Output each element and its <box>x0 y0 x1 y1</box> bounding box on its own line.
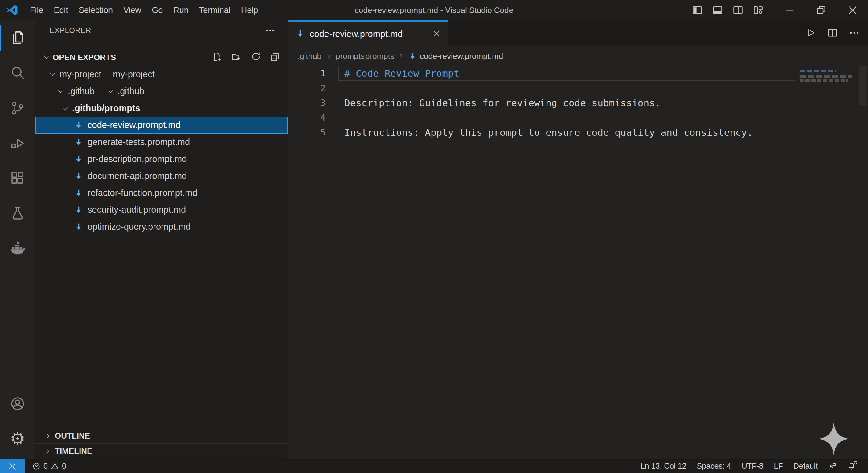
tree-item-pr-description-prompt-md[interactable]: pr-description.prompt.md <box>35 150 288 168</box>
activity-testing[interactable] <box>0 196 35 231</box>
split-editor-button[interactable] <box>827 27 838 40</box>
docker-icon <box>9 240 26 257</box>
activity-settings[interactable]: ⚙ <box>0 421 35 457</box>
search-icon <box>9 65 26 81</box>
remote-indicator[interactable] <box>0 459 25 473</box>
chevron-down-icon[interactable] <box>49 70 56 78</box>
vscode-logo-icon <box>6 4 18 16</box>
notification-badge <box>854 461 857 464</box>
layout-sidebar-right-button[interactable] <box>732 4 744 16</box>
tree-item-github[interactable]: .github.github <box>35 83 288 100</box>
breadcrumb-label: code-review.prompt.md <box>420 52 503 61</box>
activity-run-debug[interactable] <box>0 126 35 161</box>
tree-item-security-audit-prompt-md[interactable]: security-audit.prompt.md <box>35 201 288 218</box>
open-editors-section-header[interactable]: OPEN EXPORTS <box>35 49 288 66</box>
code-editor[interactable]: 1# Code Review Prompt23Description: Guid… <box>288 66 868 459</box>
status-lf[interactable]: LF <box>769 462 788 471</box>
scrollbar[interactable] <box>859 66 867 106</box>
breadcrumb-code-review-prompt-md[interactable]: code-review.prompt.md <box>408 52 503 61</box>
close-window-button[interactable] <box>846 4 859 16</box>
ghost-duplicate: my-project <box>113 69 154 79</box>
new-folder-button[interactable] <box>231 52 242 63</box>
tree-item-code-review-prompt-md[interactable]: code-review.prompt.md <box>35 117 288 134</box>
chevron-down-icon <box>106 88 114 96</box>
tree-item-label: my-project <box>60 69 101 79</box>
new-file-button[interactable] <box>212 52 222 63</box>
status-default[interactable]: Default <box>788 462 823 471</box>
refresh-button[interactable] <box>250 52 261 63</box>
layout-custom-button[interactable] <box>752 4 765 16</box>
activity-account[interactable] <box>0 386 35 421</box>
status-bell[interactable] <box>842 462 861 471</box>
chevron-down-icon[interactable] <box>57 88 65 96</box>
code-line-1[interactable]: 1# Code Review Prompt <box>288 66 868 81</box>
menu-go[interactable]: Go <box>147 0 168 20</box>
tab-label: code-review.prompt.md <box>310 29 403 39</box>
window-title: code-review.prompt.md - Visual Studio Co… <box>355 5 513 15</box>
tree-item-github-prompts[interactable]: .github/prompts <box>35 100 288 117</box>
status-spaces-4[interactable]: Spaces: 4 <box>692 462 736 471</box>
settings-icon: ⚙ <box>10 430 25 447</box>
close-icon[interactable] <box>432 29 441 38</box>
tree-item-generate-tests-prompt-md[interactable]: generate-tests.prompt.md <box>35 134 288 150</box>
sidebar-sections: OUTLINETIMELINE <box>35 428 288 459</box>
tree-item-label: refactor-function.prompt.md <box>88 188 197 198</box>
activity-extensions[interactable] <box>0 161 35 196</box>
chevron-down-icon[interactable] <box>61 104 69 112</box>
file-arrow-icon <box>74 155 83 164</box>
menu-selection[interactable]: Selection <box>73 0 118 20</box>
menu-view[interactable]: View <box>118 0 147 20</box>
code-line-3[interactable]: 3Description: Guidelines for reviewing c… <box>288 96 868 110</box>
new-folder-icon <box>231 52 242 62</box>
menu-run[interactable]: Run <box>168 0 194 20</box>
activity-explorer[interactable] <box>0 20 35 56</box>
breadcrumb-github[interactable]: .github <box>298 52 321 61</box>
vscode-window: { "colors": { "accent": "#0078d4", "tab_… <box>0 0 868 473</box>
activity-source-control[interactable] <box>0 91 35 126</box>
tree-item-label: code-review.prompt.md <box>88 120 180 130</box>
code-line-5[interactable]: 5Instructions: Apply this prompt to ensu… <box>288 125 868 140</box>
restore-button[interactable] <box>815 4 827 16</box>
minimize-icon <box>784 4 796 16</box>
minimap[interactable] <box>800 70 852 84</box>
menu-terminal[interactable]: Terminal <box>194 0 236 20</box>
tree-item-optimize-query-prompt-md[interactable]: optimize-query.prompt.md <box>35 218 288 235</box>
minimize-button[interactable] <box>783 4 796 16</box>
section-timeline[interactable]: TIMELINE <box>35 443 288 459</box>
menu-help[interactable]: Help <box>236 0 264 20</box>
code-line-2[interactable]: 2 <box>288 81 868 96</box>
line-number: 3 <box>288 98 326 108</box>
chevron-down-icon[interactable] <box>42 53 50 61</box>
status-feedback[interactable] <box>823 462 842 471</box>
code-line-4[interactable]: 4 <box>288 110 868 125</box>
status-ln-13-col-12[interactable]: Ln 13, Col 12 <box>635 462 692 471</box>
more-actions-button[interactable] <box>848 27 860 40</box>
section-label: TIMELINE <box>55 446 92 456</box>
section-outline[interactable]: OUTLINE <box>35 428 288 443</box>
layout-panel-button[interactable] <box>711 4 724 16</box>
warning-count: 0 <box>62 462 66 471</box>
activity-search[interactable] <box>0 56 35 91</box>
layout-sidebar-left-button[interactable] <box>691 4 704 16</box>
tree-item-refactor-function-prompt-md[interactable]: refactor-function.prompt.md <box>35 184 288 201</box>
tab-code-review-prompt-md[interactable]: code-review.prompt.md <box>288 20 448 46</box>
activity-docker[interactable] <box>0 231 35 266</box>
more-actions-icon[interactable] <box>265 25 276 36</box>
run-button[interactable] <box>805 27 816 40</box>
copilot-sparkle-icon[interactable] <box>817 421 851 457</box>
breadcrumb-prompts[interactable]: promptsprompts <box>336 52 394 61</box>
tree-item-my-project[interactable]: my-projectmy-project <box>35 66 288 83</box>
editor-actions <box>805 20 860 46</box>
code-line-text: Description: Guidelines for reviewing co… <box>338 96 795 110</box>
collapse-all-button[interactable] <box>270 52 280 63</box>
layout-sidebar-left-icon <box>691 4 703 16</box>
menu-edit[interactable]: Edit <box>49 0 74 20</box>
chevron-right-icon <box>44 432 52 440</box>
status-utf-8[interactable]: UTF-8 <box>736 462 769 471</box>
activity-bar-top <box>0 20 35 266</box>
tree-item-label: optimize-query.prompt.md <box>88 222 191 232</box>
menu-file[interactable]: File <box>25 0 49 20</box>
problems-status[interactable]: 0 0 <box>32 462 66 471</box>
close-window-icon <box>847 4 859 16</box>
tree-item-document-api-prompt-md[interactable]: document-api.prompt.md <box>35 168 288 184</box>
